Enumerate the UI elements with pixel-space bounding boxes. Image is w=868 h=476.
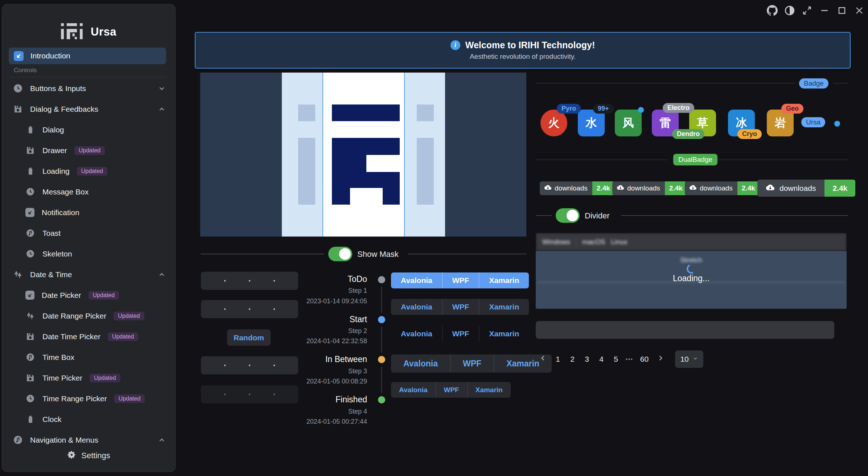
maximize-button[interactable] xyxy=(835,4,849,17)
avalonia-button[interactable]: Avalonia xyxy=(391,354,450,373)
page-size-select[interactable]: 10 xyxy=(675,350,703,368)
element-tile-anemo: 风 xyxy=(615,110,642,136)
page-button[interactable]: 4 xyxy=(597,353,606,366)
timeline-connector xyxy=(381,287,382,313)
page-button-last[interactable]: 60 xyxy=(638,353,650,366)
sidebar-item-time-box[interactable]: Time Box xyxy=(2,347,175,368)
updated-badge: Updated xyxy=(89,291,119,300)
avalonia-button[interactable]: Avalonia xyxy=(391,299,442,315)
divider-toggle[interactable] xyxy=(556,208,580,223)
logo-block-cutout xyxy=(350,188,383,205)
random-button[interactable]: Random xyxy=(227,329,271,346)
arrow-square-icon xyxy=(14,51,24,61)
next-page-icon[interactable] xyxy=(655,352,666,366)
sidebar-item-skeleton[interactable]: Skeleton xyxy=(2,243,175,264)
xamarin-button[interactable]: Xamarin xyxy=(479,326,529,341)
welcome-banner: i Welcome to IRIHI Technology! Aesthetic… xyxy=(195,32,851,69)
sidebar-item-loading[interactable]: Loading Updated xyxy=(2,161,175,181)
wpf-button[interactable]: WPF xyxy=(442,326,479,341)
avalonia-button[interactable]: Avalonia xyxy=(391,382,436,398)
minimize-button[interactable] xyxy=(818,4,831,17)
divider-line xyxy=(536,215,552,216)
divider-line xyxy=(621,215,848,216)
updated-badge: Updated xyxy=(74,146,105,155)
show-mask-toggle[interactable] xyxy=(328,247,352,261)
sidebar-item-label: Introduction xyxy=(30,52,70,60)
timeline-connector xyxy=(381,327,382,353)
chevron-up-icon xyxy=(158,271,166,279)
sidebar-item-buttons-inputs[interactable]: Buttons & Inputs xyxy=(2,78,175,99)
element-char: 草 xyxy=(697,115,708,131)
arrow-square-icon xyxy=(25,208,34,217)
badge-count: 99+ xyxy=(593,104,614,114)
wpf-button[interactable]: WPF xyxy=(450,354,494,373)
loading-container: Windows macOS Linux Stretch Loading... xyxy=(536,233,847,309)
downloads-count: 2.4k xyxy=(824,180,855,197)
tab-linux[interactable]: Linux xyxy=(611,238,627,246)
theme-toggle-button[interactable] xyxy=(783,4,797,17)
tab-macos[interactable]: macOS xyxy=(582,238,605,246)
app-window: Ursa Introduction Controls Buttons & Inp… xyxy=(0,0,868,476)
github-button[interactable] xyxy=(765,4,779,17)
timeline-step-time: 2024-01-05 00:27:44 xyxy=(280,418,367,426)
page-button[interactable]: 1 xyxy=(553,353,563,366)
mask-guide-line xyxy=(404,73,405,237)
sidebar-item-dialog[interactable]: Dialog xyxy=(2,119,175,140)
sidebar-item-date-picker[interactable]: Date Picker Updated xyxy=(2,285,175,305)
downloads-count: 2.4k xyxy=(665,181,687,195)
wpf-button[interactable]: WPF xyxy=(442,272,479,288)
sidebar-item-introduction[interactable]: Introduction xyxy=(9,48,166,64)
fullscreen-button[interactable] xyxy=(800,4,814,17)
sidebar-item-dialog-feedbacks[interactable]: Dialog & Feedbacks xyxy=(2,99,175,119)
timeline-step-time: 2023-01-14 09:24:05 xyxy=(280,298,367,305)
battery-icon xyxy=(25,125,35,135)
sidebar-item-drawer[interactable]: Drawer Updated xyxy=(2,140,175,161)
wpf-button[interactable]: WPF xyxy=(436,382,467,398)
divider-label: Divider xyxy=(585,211,609,221)
timeline-step-label: Step 1 xyxy=(280,287,367,295)
info-icon: i xyxy=(451,40,460,50)
element-char: 火 xyxy=(548,115,560,131)
badge-ursa: Ursa xyxy=(801,117,825,127)
button-group-solid: Avalonia WPF Xamarin xyxy=(391,272,529,288)
badge-divider-pill: Badge xyxy=(799,78,828,89)
sidebar-item-clock[interactable]: Clock xyxy=(2,409,175,430)
close-icon xyxy=(855,6,864,15)
expand-icon xyxy=(802,6,812,15)
battery-icon xyxy=(25,166,35,176)
updated-badge: Updated xyxy=(114,394,145,403)
banner-subtitle: Aesthetic revolution of productivity. xyxy=(470,53,576,61)
close-button[interactable] xyxy=(852,4,866,17)
avalonia-button[interactable]: Avalonia xyxy=(391,272,442,288)
previous-page-icon[interactable] xyxy=(538,352,548,366)
badge-cryo: Cryo xyxy=(737,129,762,139)
wpf-button[interactable]: WPF xyxy=(442,299,479,315)
page-button[interactable]: 5 xyxy=(611,353,621,366)
floppy-icon xyxy=(25,332,35,341)
divider-line xyxy=(201,254,324,254)
sidebar-item-time-picker[interactable]: Time Picker Updated xyxy=(2,368,175,388)
sidebar-item-time-range-picker[interactable]: Time Range Picker Updated xyxy=(2,388,175,409)
xamarin-button[interactable]: Xamarin xyxy=(479,272,529,288)
sidebar-item-message-box[interactable]: Message Box xyxy=(2,181,175,202)
sidebar-item-notification[interactable]: Notification xyxy=(2,202,175,223)
pagination-ellipsis[interactable]: ••• xyxy=(626,356,633,362)
timeline-dot-start xyxy=(378,316,385,323)
page-button[interactable]: 2 xyxy=(568,353,577,366)
divider-line xyxy=(833,83,848,83)
tab-windows[interactable]: Windows xyxy=(542,238,570,246)
timeline-step-title: Start xyxy=(280,315,367,324)
trees-icon xyxy=(13,270,23,279)
xamarin-button[interactable]: Xamarin xyxy=(479,299,529,315)
sidebar-item-date-range-picker[interactable]: Date Range Picker Updated xyxy=(2,305,175,326)
avalonia-button[interactable]: Avalonia xyxy=(391,326,442,341)
sidebar-item-toast[interactable]: Toast xyxy=(2,223,175,243)
badge-dendro: Dendro xyxy=(672,129,704,139)
logo-block-cutout xyxy=(366,155,400,172)
xamarin-button[interactable]: Xamarin xyxy=(467,382,511,398)
settings-button[interactable]: Settings xyxy=(2,446,175,465)
sidebar-item-date-time-picker[interactable]: Date Time Picker Updated xyxy=(2,326,175,347)
sidebar-item-date-time[interactable]: Date & Time xyxy=(2,264,175,285)
chevron-down-icon xyxy=(692,356,698,363)
page-button[interactable]: 3 xyxy=(582,353,592,366)
